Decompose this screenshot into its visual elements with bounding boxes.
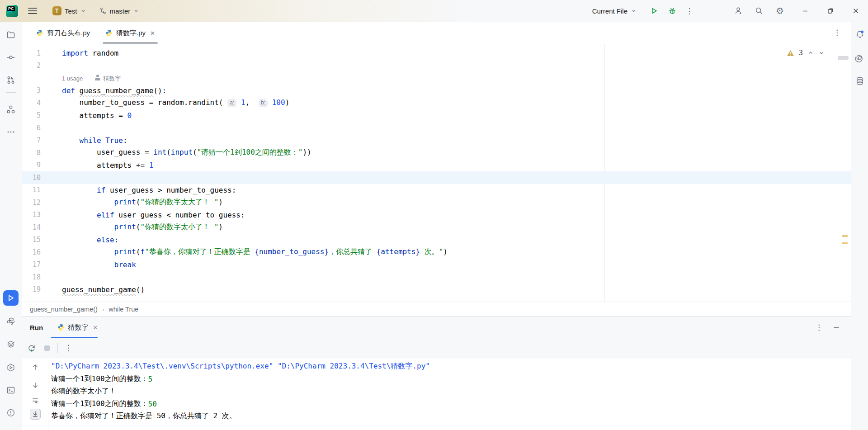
problems-icon[interactable]	[3, 405, 19, 421]
line-number[interactable]: 11	[22, 186, 62, 194]
run-console[interactable]: "D:\PyCharm 2023.3.4\Test\.venv\Scripts\…	[22, 358, 851, 430]
console-line[interactable]: 你猜的数字太小了！	[51, 385, 851, 398]
tab-options-icon[interactable]: ⋮	[833, 29, 841, 37]
code-line[interactable]: 7 while True:	[22, 134, 851, 147]
warning-stripe-mark[interactable]	[842, 242, 848, 244]
line-number[interactable]: 18	[22, 273, 62, 281]
console-line[interactable]: 请猜一个1到100之间的整数：50	[51, 398, 851, 411]
settings-gear-icon[interactable]: ⚙	[775, 6, 785, 16]
editor-tab-rock-paper-scissors[interactable]: 剪刀石头布.py	[29, 22, 97, 44]
breadcrumb-block[interactable]: while True	[108, 306, 138, 313]
line-number[interactable]: 1	[22, 49, 62, 57]
debug-button[interactable]	[667, 6, 677, 16]
hide-panel-icon[interactable]	[833, 324, 840, 331]
run-tab-guess-number[interactable]: 猜数字 ✕	[51, 317, 104, 338]
line-number[interactable]: 3	[22, 86, 62, 95]
console-line[interactable]: "D:\PyCharm 2023.3.4\Test\.venv\Scripts\…	[51, 360, 851, 373]
line-number[interactable]: 14	[22, 223, 62, 232]
code-line[interactable]: 14 print("你猜的数字太小了！ ")	[22, 221, 851, 234]
line-number[interactable]: 7	[22, 136, 62, 144]
prev-problem-chevron-icon[interactable]	[807, 50, 814, 56]
code-line[interactable]: 3def guess_number_game():	[22, 85, 851, 97]
scroll-up-icon[interactable]	[30, 362, 41, 373]
line-number[interactable]: 4	[22, 99, 62, 107]
soft-wrap-icon[interactable]	[30, 395, 41, 406]
code-line[interactable]: 19guess_number_game()	[22, 284, 851, 296]
partial-bottom-icon[interactable]	[3, 426, 19, 430]
code-editor[interactable]: 1import random21 usage猜数字3def guess_numb…	[22, 44, 851, 302]
window-close-button[interactable]	[851, 6, 861, 16]
scroll-down-icon[interactable]	[30, 380, 41, 391]
line-number[interactable]: 8	[22, 149, 62, 157]
structure-icon[interactable]	[3, 102, 19, 117]
code-line[interactable]: 4 number_to_guess = random.randint( a: 1…	[22, 97, 851, 109]
project-widget[interactable]: T Test	[49, 4, 90, 18]
code-line[interactable]: 13 elif user_guess < number_to_guess:	[22, 209, 851, 222]
code-line[interactable]: 16 print(f"恭喜你，你猜对了！正确数字是 {number_to_gue…	[22, 246, 851, 259]
author-hint[interactable]: 猜数字	[103, 75, 121, 82]
code-line[interactable]: 9 attempts += 1	[22, 159, 851, 172]
project-folder-icon[interactable]	[3, 27, 19, 43]
scroll-to-end-icon[interactable]	[30, 409, 41, 420]
code-line[interactable]: 5 attempts = 0	[22, 109, 851, 122]
line-number[interactable]: 10	[22, 174, 62, 182]
terminal-icon[interactable]	[3, 383, 19, 398]
line-number[interactable]: 5	[22, 111, 62, 119]
line-number[interactable]: 16	[22, 248, 62, 256]
breadcrumb-function[interactable]: guess_number_game()	[30, 306, 98, 313]
code-line[interactable]: 15 else:	[22, 234, 851, 246]
console-line[interactable]: 请猜一个1到100之间的整数：5	[51, 373, 851, 386]
line-number[interactable]: 15	[22, 236, 62, 244]
code-line[interactable]: 2	[22, 60, 851, 72]
services-icon[interactable]	[3, 336, 19, 352]
inspections-widget[interactable]: 3	[787, 49, 825, 57]
line-number[interactable]: 13	[22, 211, 62, 219]
next-problem-chevron-icon[interactable]	[818, 50, 825, 56]
console-line[interactable]: 恭喜你，你猜对了！正确数字是 50，你总共猜了 2 次。	[51, 410, 851, 423]
code-line[interactable]: 6	[22, 122, 851, 134]
tab-close-icon[interactable]: ✕	[150, 30, 155, 37]
python-packages-icon[interactable]	[3, 360, 19, 375]
line-number[interactable]: 17	[22, 260, 62, 269]
ai-assistant-icon[interactable]	[853, 51, 867, 65]
commit-icon[interactable]	[3, 50, 19, 65]
line-number[interactable]: 6	[22, 124, 62, 132]
code-line[interactable]: 11 if user_guess > number_to_guess:	[22, 184, 851, 197]
git-branch-widget[interactable]: master	[96, 5, 143, 17]
code-line[interactable]: 10	[22, 171, 851, 184]
line-number[interactable]: 19	[22, 285, 62, 293]
run-options-icon[interactable]: ⋮	[815, 324, 823, 331]
code-line[interactable]: 1import random	[22, 47, 851, 60]
console-more-options-icon[interactable]: ⋮	[62, 342, 74, 354]
editor-tab-guess-number[interactable]: 猜数字.py ✕	[98, 22, 162, 44]
rerun-icon[interactable]	[26, 342, 38, 354]
code-line[interactable]: 17 break	[22, 259, 851, 271]
line-number[interactable]: 12	[22, 198, 62, 207]
pycharm-logo-icon[interactable]: PC	[6, 5, 18, 17]
add-user-icon[interactable]	[733, 6, 743, 16]
code-line[interactable]: 18	[22, 271, 851, 284]
code-line[interactable]: 8 user_guess = int(input("请猜一个1到100之间的整数…	[22, 146, 851, 159]
database-icon[interactable]	[853, 74, 867, 88]
scrollbar-thumb[interactable]	[838, 56, 849, 60]
search-icon[interactable]	[754, 6, 764, 16]
warning-stripe-mark[interactable]	[842, 235, 848, 237]
usages-hint[interactable]: 1 usage	[62, 75, 83, 82]
line-number[interactable]: 2	[22, 61, 62, 70]
notifications-bell-icon[interactable]	[853, 28, 867, 42]
run-tool-window-button[interactable]	[3, 290, 19, 306]
more-actions-icon[interactable]: ⋮	[684, 6, 694, 16]
run-tab-close-icon[interactable]: ✕	[93, 324, 98, 331]
inlay-usage-row[interactable]: 1 usage猜数字	[22, 72, 851, 85]
main-menu-icon[interactable]	[28, 8, 37, 14]
more-tool-windows-icon[interactable]	[3, 124, 19, 140]
run-configuration-selector[interactable]: Current File	[590, 5, 639, 17]
python-console-icon[interactable]	[3, 314, 19, 329]
stop-icon[interactable]	[41, 342, 53, 354]
pull-requests-icon[interactable]	[3, 72, 19, 88]
code-line[interactable]: 12 print("你猜的数字太大了！ ")	[22, 196, 851, 209]
window-minimize-button[interactable]	[800, 6, 810, 16]
line-number[interactable]: 9	[22, 161, 62, 169]
run-button[interactable]	[649, 6, 659, 16]
window-restore-button[interactable]	[826, 6, 835, 16]
